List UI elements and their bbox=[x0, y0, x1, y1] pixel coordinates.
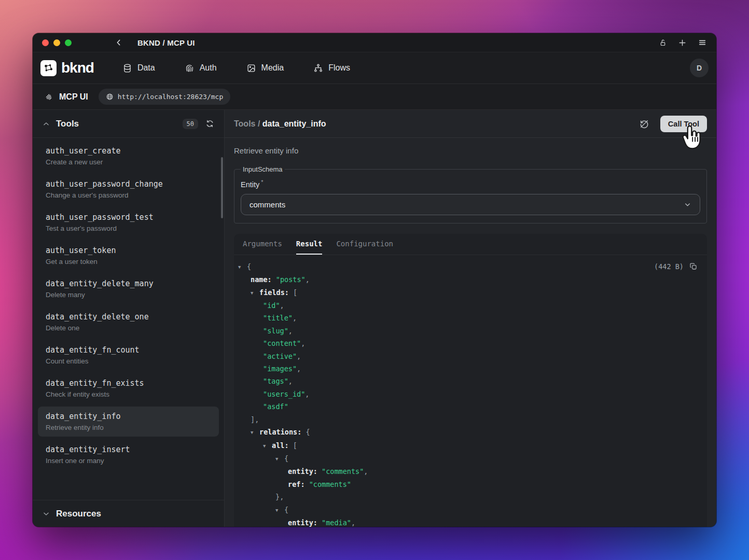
json-line: "asdf" bbox=[238, 400, 698, 413]
sidebar-tool-data_entity_insert[interactable]: data_entity_insertInsert one or many bbox=[38, 440, 219, 470]
tool-description: Delete one bbox=[46, 324, 211, 332]
tab-arguments[interactable]: Arguments bbox=[243, 234, 282, 255]
json-punctuation: { bbox=[306, 428, 310, 436]
entity-select[interactable]: comments bbox=[241, 194, 700, 215]
payload-size-label: (442 B) bbox=[654, 260, 684, 273]
tool-description: Delete many bbox=[46, 291, 211, 299]
server-url-pill[interactable]: http://localhost:28623/mcp bbox=[99, 89, 231, 105]
collapse-arrow-icon[interactable]: ▼ bbox=[275, 453, 284, 465]
tool-description: Get a user token bbox=[46, 258, 211, 265]
close-window-button[interactable] bbox=[42, 39, 49, 46]
sidebar-tool-data_entity_fn_exists[interactable]: data_entity_fn_existsCheck if entity exi… bbox=[38, 373, 219, 403]
collapse-arrow-icon[interactable]: ▼ bbox=[238, 261, 247, 273]
sidebar-tool-auth_user_token[interactable]: auth_user_tokenGet a user token bbox=[38, 241, 219, 271]
json-punctuation: , bbox=[288, 327, 293, 335]
tool-name: data_entity_delete_many bbox=[46, 279, 211, 288]
back-button[interactable] bbox=[115, 38, 123, 47]
json-line: "id", bbox=[238, 299, 698, 312]
json-string-value: "active" bbox=[263, 352, 297, 360]
window-title: BKND / MCP UI bbox=[137, 38, 195, 47]
collapse-arrow-icon[interactable]: ▼ bbox=[275, 504, 284, 516]
required-marker: * bbox=[261, 179, 263, 185]
json-key: ref: bbox=[288, 480, 309, 488]
titlebar: BKND / MCP UI bbox=[33, 33, 716, 52]
user-avatar[interactable]: D bbox=[690, 59, 709, 77]
tools-list: auth_user_createCreate a new userauth_us… bbox=[33, 138, 224, 500]
breadcrumb-current: data_entity_info bbox=[262, 119, 326, 128]
history-off-icon[interactable] bbox=[639, 119, 649, 129]
avatar-initial: D bbox=[697, 64, 702, 72]
brand-name: bknd bbox=[61, 60, 94, 76]
tab-configuration[interactable]: Configuration bbox=[336, 234, 393, 255]
tools-section-label: Tools bbox=[56, 119, 79, 129]
chevron-left-icon bbox=[115, 38, 123, 47]
menu-icon[interactable] bbox=[698, 38, 707, 47]
copy-icon[interactable] bbox=[689, 262, 698, 271]
nav-items: Data Auth Media Flows bbox=[122, 63, 350, 73]
nav-item-media[interactable]: Media bbox=[246, 63, 284, 73]
sidebar-tool-data_entity_info[interactable]: data_entity_infoRetrieve entity info bbox=[38, 407, 219, 437]
entity-field-label: Entity* bbox=[241, 179, 700, 189]
json-line: ▼relations: { bbox=[238, 426, 698, 439]
tool-name: data_entity_insert bbox=[46, 445, 211, 454]
nav-item-label: Auth bbox=[200, 63, 217, 73]
json-result-viewer: (442 B) ▼{name: "posts",▼fields: ["id","… bbox=[234, 255, 707, 527]
refresh-icon[interactable] bbox=[205, 119, 214, 128]
resources-section-header[interactable]: Resources bbox=[33, 500, 224, 527]
tool-name: auth_user_password_test bbox=[46, 213, 211, 222]
tool-name: auth_user_password_change bbox=[46, 179, 211, 189]
nav-item-auth[interactable]: Auth bbox=[185, 63, 217, 73]
nav-item-label: Media bbox=[261, 63, 284, 73]
mcp-icon bbox=[44, 92, 53, 102]
collapse-arrow-icon[interactable]: ▼ bbox=[263, 440, 272, 452]
breadcrumb: Tools / data_entity_info bbox=[234, 119, 326, 129]
minimize-window-button[interactable] bbox=[53, 39, 60, 46]
json-key: all: bbox=[272, 441, 293, 450]
json-punctuation: , bbox=[297, 352, 301, 360]
json-string-value: "images" bbox=[263, 365, 297, 373]
sidebar-scrollbar[interactable] bbox=[221, 157, 223, 218]
nav-item-flows[interactable]: Flows bbox=[313, 63, 350, 73]
json-punctuation: , bbox=[351, 519, 355, 527]
json-string-value: "media" bbox=[322, 519, 351, 527]
new-tab-icon[interactable] bbox=[678, 38, 687, 47]
json-punctuation: }, bbox=[275, 493, 284, 501]
json-punctuation: , bbox=[306, 275, 310, 284]
sidebar-tool-data_entity_delete_one[interactable]: data_entity_delete_oneDelete one bbox=[38, 307, 219, 337]
page-title: MCP UI bbox=[59, 92, 88, 102]
input-schema-legend: InputSchema bbox=[241, 165, 285, 173]
brand-logo[interactable]: bknd bbox=[40, 60, 94, 76]
tool-name: auth_user_create bbox=[46, 146, 211, 156]
tool-description: Test a user's password bbox=[46, 225, 211, 232]
zoom-window-button[interactable] bbox=[65, 39, 72, 46]
tool-description: Count entities bbox=[46, 357, 211, 365]
json-line: "slug", bbox=[238, 325, 698, 337]
json-punctuation: , bbox=[364, 467, 368, 475]
sidebar-tool-auth_user_password_test[interactable]: auth_user_password_testTest a user's pas… bbox=[38, 207, 219, 237]
tools-sidebar: Tools 50 auth_user_createCreate a new us… bbox=[33, 110, 225, 527]
sidebar-tool-data_entity_fn_count[interactable]: data_entity_fn_countCount entities bbox=[38, 340, 219, 370]
result-panel: Arguments Result Configuration (442 B) ▼… bbox=[234, 234, 707, 527]
breadcrumb-section[interactable]: Tools bbox=[234, 119, 255, 128]
call-tool-button[interactable]: Call Tool bbox=[660, 116, 707, 132]
json-punctuation: , bbox=[288, 377, 293, 385]
json-string-value: "posts" bbox=[276, 275, 306, 284]
sidebar-tool-auth_user_password_change[interactable]: auth_user_password_changeChange a user's… bbox=[38, 174, 219, 204]
collapse-arrow-icon[interactable]: ▼ bbox=[251, 287, 259, 299]
json-string-value: "asdf" bbox=[263, 402, 288, 411]
json-line: ], bbox=[238, 413, 698, 426]
tools-section-header[interactable]: Tools 50 bbox=[33, 110, 224, 138]
nav-item-data[interactable]: Data bbox=[122, 63, 155, 73]
chevron-down-icon bbox=[43, 510, 50, 517]
sidebar-tool-data_entity_delete_many[interactable]: data_entity_delete_manyDelete many bbox=[38, 274, 219, 304]
tab-result[interactable]: Result bbox=[296, 234, 323, 255]
json-key: relations: bbox=[259, 428, 306, 436]
json-line: "users_id", bbox=[238, 388, 698, 400]
app-window: BKND / MCP UI bbox=[33, 33, 716, 527]
lock-open-icon[interactable] bbox=[659, 38, 667, 47]
json-punctuation: [ bbox=[293, 288, 297, 297]
traffic-lights bbox=[42, 39, 72, 46]
tool-description: Retrieve entity info bbox=[46, 424, 211, 431]
collapse-arrow-icon[interactable]: ▼ bbox=[251, 426, 259, 439]
sidebar-tool-auth_user_create[interactable]: auth_user_createCreate a new user bbox=[38, 141, 219, 171]
